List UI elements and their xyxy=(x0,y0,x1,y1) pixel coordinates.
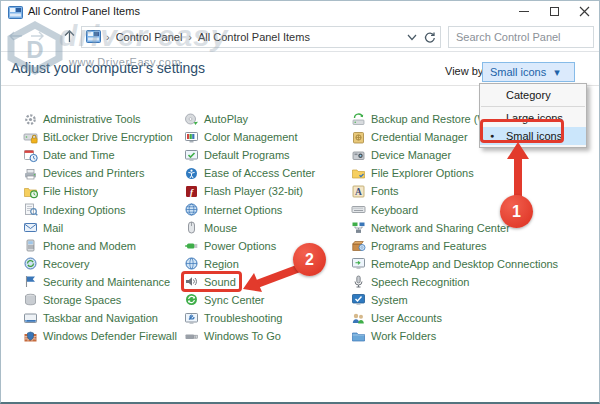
item-label: Default Programs xyxy=(204,149,290,161)
control-panel-item-region[interactable]: Region xyxy=(184,255,315,273)
sync-icon xyxy=(184,292,199,307)
control-panel-item-windows-to-go[interactable]: Windows To Go xyxy=(184,327,315,345)
forward-button[interactable] xyxy=(27,26,47,46)
item-label: Credential Manager xyxy=(371,131,468,143)
item-label: Devices and Printers xyxy=(43,167,145,179)
back-button[interactable] xyxy=(5,26,25,46)
control-panel-item-windows-defender-firewall[interactable]: Windows Defender Firewall xyxy=(23,327,177,345)
date-time-icon xyxy=(23,148,38,163)
refresh-icon[interactable] xyxy=(423,31,436,44)
item-label: Flash Player (32-bit) xyxy=(204,185,303,197)
firewall-icon xyxy=(23,329,38,344)
breadcrumb-folder-icon xyxy=(86,30,101,45)
control-panel-item-autoplay[interactable]: AutoPlay xyxy=(184,110,315,128)
control-panel-item-ease-of-access-center[interactable]: Ease of Access Center xyxy=(184,164,315,182)
control-panel-item-remoteapp-and-desktop-connections[interactable]: RemoteApp and Desktop Connections xyxy=(351,255,558,273)
close-button[interactable] xyxy=(569,1,599,22)
item-label: RemoteApp and Desktop Connections xyxy=(371,258,558,270)
address-bar[interactable]: ›Control Panel›All Control Panel Items xyxy=(81,26,441,48)
item-label: Sound xyxy=(204,276,236,288)
item-label: Region xyxy=(204,258,239,270)
control-panel-item-network-and-sharing-center[interactable]: Network and Sharing Center xyxy=(351,219,558,237)
items-column-2: AutoPlayColor ManagementDefault Programs… xyxy=(184,110,315,345)
back-arrow-icon xyxy=(8,30,23,42)
control-panel-item-sync-center[interactable]: Sync Center xyxy=(184,291,315,309)
power-icon xyxy=(184,238,199,253)
control-panel-item-mail[interactable]: Mail xyxy=(23,219,177,237)
maximize-button[interactable] xyxy=(539,1,569,22)
control-panel-item-keyboard[interactable]: Keyboard xyxy=(351,200,558,218)
control-panel-item-administrative-tools[interactable]: Administrative Tools xyxy=(23,110,177,128)
minimize-button[interactable] xyxy=(509,1,539,22)
control-panel-item-color-management[interactable]: Color Management xyxy=(184,128,315,146)
control-panel-item-security-and-maintenance[interactable]: Security and Maintenance xyxy=(23,273,177,291)
breadcrumb-separator-icon: › xyxy=(188,31,192,43)
control-panel-item-date-and-time[interactable]: Date and Time xyxy=(23,146,177,164)
phone-icon xyxy=(23,238,38,253)
mail-icon xyxy=(23,220,38,235)
indexing-icon xyxy=(23,202,38,217)
ease-access-icon xyxy=(184,166,199,181)
control-panel-item-device-manager[interactable]: Device Manager xyxy=(351,146,558,164)
control-panel-item-storage-spaces[interactable]: Storage Spaces xyxy=(23,291,177,309)
control-panel-item-taskbar-and-navigation[interactable]: Taskbar and Navigation xyxy=(23,309,177,327)
control-panel-item-work-folders[interactable]: Work Folders xyxy=(351,327,558,345)
control-panel-item-file-history[interactable]: File History xyxy=(23,182,177,200)
address-dropdown-chevron-icon[interactable] xyxy=(407,34,417,41)
control-panel-item-troubleshooting[interactable]: Troubleshooting xyxy=(184,309,315,327)
menu-item-small-icons[interactable]: ●Small icons xyxy=(480,127,586,145)
control-panel-item-file-explorer-options[interactable]: File Explorer Options xyxy=(351,164,558,182)
control-panel-item-user-accounts[interactable]: User Accounts xyxy=(351,309,558,327)
item-label: Administrative Tools xyxy=(43,113,141,125)
item-label: Network and Sharing Center xyxy=(371,222,510,234)
item-label: Taskbar and Navigation xyxy=(43,312,158,324)
fonts-icon: A xyxy=(351,184,366,199)
menu-item-category[interactable]: Category xyxy=(480,86,586,104)
control-panel-item-flash-player-32-bit[interactable]: fFlash Player (32-bit) xyxy=(184,182,315,200)
control-panel-item-mouse[interactable]: Mouse xyxy=(184,219,315,237)
admin-tools-icon xyxy=(23,112,38,127)
flag-icon xyxy=(23,274,38,289)
region-icon xyxy=(184,256,199,271)
menu-item-large-icons[interactable]: Large icons xyxy=(480,109,586,127)
svg-text:A: A xyxy=(355,187,362,197)
control-panel-item-bitlocker-drive-encryption[interactable]: BitLocker Drive Encryption xyxy=(23,128,177,146)
control-panel-item-internet-options[interactable]: Internet Options xyxy=(184,200,315,218)
control-panel-item-indexing-options[interactable]: Indexing Options xyxy=(23,200,177,218)
view-by-label: View by: xyxy=(445,65,486,77)
search-input[interactable] xyxy=(449,31,600,43)
control-panel-item-power-options[interactable]: Power Options xyxy=(184,237,315,255)
close-icon xyxy=(579,6,590,17)
control-panel-item-recovery[interactable]: Recovery xyxy=(23,255,177,273)
maximize-icon xyxy=(550,7,559,16)
chevron-down-icon: ▾ xyxy=(554,66,560,79)
item-label: Power Options xyxy=(204,240,276,252)
item-label: Security and Maintenance xyxy=(43,276,170,288)
control-panel-item-speech-recognition[interactable]: Speech Recognition xyxy=(351,273,558,291)
taskbar-icon xyxy=(23,311,38,326)
breadcrumb-segment-all-control-panel-items[interactable]: All Control Panel Items xyxy=(198,31,310,43)
control-panel-item-programs-and-features[interactable]: Programs and Features xyxy=(351,237,558,255)
search-box xyxy=(448,26,594,48)
item-label: BitLocker Drive Encryption xyxy=(43,131,173,143)
credential-icon xyxy=(351,130,366,145)
item-label: Phone and Modem xyxy=(43,240,136,252)
up-button[interactable] xyxy=(59,26,79,46)
device-manager-icon xyxy=(351,148,366,163)
breadcrumb-segment-control-panel[interactable]: Control Panel xyxy=(116,31,183,43)
control-panel-item-sound[interactable]: Sound xyxy=(184,273,315,291)
troubleshoot-icon xyxy=(184,311,199,326)
folder-options-icon xyxy=(351,166,366,181)
control-panel-item-default-programs[interactable]: Default Programs xyxy=(184,146,315,164)
control-panel-item-system[interactable]: System xyxy=(351,291,558,309)
item-label: Date and Time xyxy=(43,149,115,161)
item-label: File Explorer Options xyxy=(371,167,474,179)
item-label: Troubleshooting xyxy=(204,312,282,324)
control-panel-item-phone-and-modem[interactable]: Phone and Modem xyxy=(23,237,177,255)
system-icon xyxy=(351,292,366,307)
users-icon xyxy=(351,311,366,326)
view-by-dropdown[interactable]: Small icons ▾ xyxy=(482,62,575,82)
view-by-value: Small icons xyxy=(490,66,546,78)
control-panel-item-devices-and-printers[interactable]: Devices and Printers xyxy=(23,164,177,182)
control-panel-item-fonts[interactable]: AFonts xyxy=(351,182,558,200)
